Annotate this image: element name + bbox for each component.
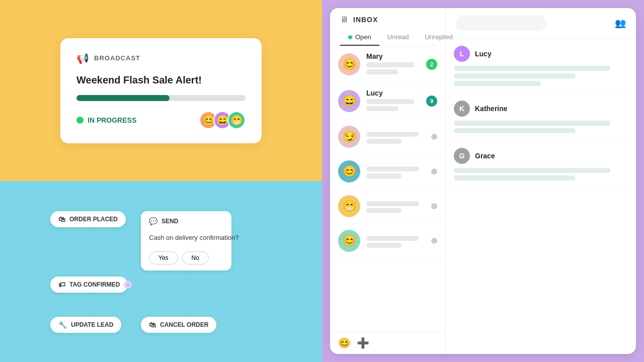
cancel-icon: 🛍 <box>149 321 156 329</box>
conversation-panel: 👥 L Lucy <box>446 8 636 354</box>
conv-item-grace[interactable]: G Grace <box>446 141 636 188</box>
inbox-tabs: Open Unread Unreplied <box>340 29 435 46</box>
conv-avatar-lucy: L <box>454 46 470 62</box>
conv-line-2 <box>454 128 576 133</box>
badge-5 <box>431 203 437 209</box>
flow-diagram: 🛍 ORDER PLACED › 💬 SEND Cash on delivery… <box>30 196 292 347</box>
conversation-list: L Lucy K Kat <box>446 39 636 354</box>
inbox-contact-list: 😊 Mary 2 😄 Lucy 9 <box>330 46 445 331</box>
conv-name-grace: Grace <box>475 152 495 160</box>
broadcast-title: BROADCAST <box>94 54 140 62</box>
inbox-item-6[interactable]: 😊 <box>330 224 445 258</box>
info-4 <box>366 162 425 180</box>
badge-3 <box>431 134 437 140</box>
conv-line-2 <box>454 73 576 78</box>
avatar-6: 😊 <box>338 230 360 252</box>
conv-header-lucy: L Lucy <box>454 46 628 62</box>
cancel-label: CANCEL ORDER <box>160 321 208 328</box>
open-dot <box>348 35 352 39</box>
conv-avatar-katherine: K <box>454 101 470 117</box>
tab-unread-label: Unread <box>387 33 409 41</box>
inbox-section: 🖥 INBOX Open Unread Unreplied <box>322 0 644 362</box>
tab-open[interactable]: Open <box>340 29 379 46</box>
whatsapp-icon: 💬 <box>149 217 157 225</box>
preview-line-2 <box>366 243 401 248</box>
inbox-item-mary[interactable]: 😊 Mary 2 <box>330 46 445 83</box>
info-3 <box>366 128 425 146</box>
node-update-lead: 🔧 UPDATE LEAD <box>50 317 121 333</box>
preview-line-2 <box>366 208 401 213</box>
conv-name-lucy: Lucy <box>475 50 492 58</box>
tab-open-label: Open <box>355 33 371 41</box>
avatar-3: 😁 <box>227 111 246 129</box>
inbox-item-5[interactable]: 😁 <box>330 189 445 224</box>
inbox-item-lucy[interactable]: 😄 Lucy 9 <box>330 83 445 120</box>
no-button[interactable]: No <box>182 251 209 264</box>
avatar-4: 😊 <box>338 160 360 183</box>
broadcast-quadrant: 📢 BROADCAST Weekend Flash Sale Alert! IN… <box>0 0 322 181</box>
info-5 <box>366 197 425 215</box>
status-text: IN PROGRESS <box>88 116 136 124</box>
inbox-header: 🖥 INBOX Open Unread Unreplied <box>330 8 445 46</box>
broadcast-card: 📢 BROADCAST Weekend Flash Sale Alert! IN… <box>60 38 262 143</box>
inbox-item-4[interactable]: 😊 <box>330 154 445 189</box>
badge-4 <box>431 168 437 174</box>
flow-quadrant: 🛍 ORDER PLACED › 💬 SEND Cash on delivery… <box>0 181 322 362</box>
avatar-3: 😏 <box>338 126 360 148</box>
broadcast-footer: IN PROGRESS 😊 😄 😁 <box>76 111 246 129</box>
preview-line-2 <box>366 139 401 144</box>
preview-line-2 <box>366 69 398 74</box>
conv-header-grace: G Grace <box>454 148 628 164</box>
update-label: UPDATE LEAD <box>71 321 113 328</box>
avatar-lucy: 😄 <box>338 90 360 112</box>
inbox-title: INBOX <box>353 16 378 24</box>
conv-lines-katherine <box>454 121 628 133</box>
conv-header: 👥 <box>446 8 636 39</box>
broadcast-header: 📢 BROADCAST <box>76 52 246 64</box>
send-question-text: Cash on delivery confirmation? <box>149 233 238 242</box>
conv-lines-lucy <box>454 66 628 86</box>
inbox-icon: 🖥 <box>340 15 348 24</box>
conv-line-1 <box>454 168 610 173</box>
conv-initial-grace: G <box>459 152 465 160</box>
inbox-bottom-bar: 😊 ➕ <box>330 331 445 354</box>
node-cancel-order: 🛍 CANCEL ORDER <box>141 317 216 333</box>
conv-avatar-grace: G <box>454 148 470 164</box>
preview-line-1 <box>366 99 415 104</box>
conv-item-katherine[interactable]: K Katherine <box>446 94 636 141</box>
conv-lines-grace <box>454 168 628 180</box>
badge-lucy: 9 <box>426 96 437 107</box>
tab-unread[interactable]: Unread <box>379 29 417 46</box>
conv-header-katherine: K Katherine <box>454 101 628 117</box>
preview-line-1 <box>366 62 415 67</box>
info-lucy: Lucy <box>366 89 420 113</box>
send-buttons: Yes No <box>149 251 209 264</box>
add-icon[interactable]: ➕ <box>357 337 369 349</box>
status-indicator: IN PROGRESS <box>76 116 136 124</box>
avatar-group: 😊 😄 😁 <box>199 111 246 129</box>
node-order-placed: 🛍 ORDER PLACED <box>50 211 126 227</box>
yes-button[interactable]: Yes <box>149 251 178 264</box>
node-tag-confirmed: 🏷 TAG CONFIRMED › <box>50 277 128 293</box>
tag-label: TAG CONFIRMED <box>69 281 120 288</box>
name-mary: Mary <box>366 52 420 60</box>
name-lucy: Lucy <box>366 89 420 97</box>
tag-icon: 🏷 <box>58 281 65 289</box>
broadcast-icon: 📢 <box>76 52 89 64</box>
conv-item-lucy[interactable]: L Lucy <box>446 39 636 94</box>
preview-line-1 <box>366 236 419 241</box>
broadcast-heading: Weekend Flash Sale Alert! <box>76 74 246 86</box>
info-6 <box>366 232 425 250</box>
preview-line-2 <box>366 173 401 178</box>
conv-line-1 <box>454 66 610 71</box>
inbox-list-panel: 🖥 INBOX Open Unread Unreplied <box>330 8 446 354</box>
badge-mary: 2 <box>426 59 437 70</box>
team-icon[interactable]: 👥 <box>615 18 626 29</box>
conv-line-2 <box>454 175 576 180</box>
search-bar[interactable] <box>456 15 546 31</box>
inbox-item-3[interactable]: 😏 <box>330 120 445 154</box>
avatar-5: 😁 <box>338 195 360 217</box>
preview-line-2 <box>366 106 398 111</box>
node-send: 💬 SEND Cash on delivery confirmation? Ye… <box>141 211 231 270</box>
emoji-icon[interactable]: 😊 <box>338 337 351 349</box>
